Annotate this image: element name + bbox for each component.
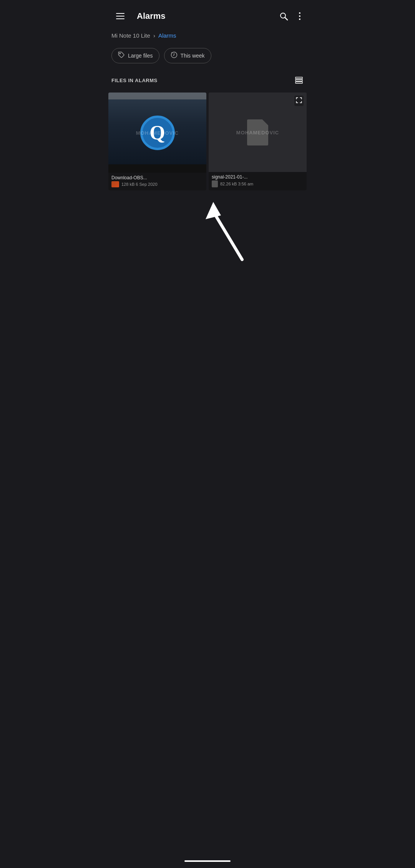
file-icon-shape [247, 119, 268, 145]
file-thumbnail-obs: Q MOHAMEDOVIC [108, 93, 206, 173]
obs-logo-circle: Q [140, 116, 175, 150]
breadcrumb: Mi Note 10 Lite › Alarms [104, 29, 311, 45]
file-thumb-icon [212, 180, 218, 187]
svg-line-1 [285, 18, 288, 20]
generic-file-thumb [209, 93, 307, 172]
large-files-chip[interactable]: Large files [111, 48, 159, 63]
file-info-obs: Download-OBS... 128 kB 6 Sep 2020 [108, 173, 206, 190]
file-name-obs: Download-OBS... [111, 175, 203, 180]
more-options-button[interactable] [294, 8, 305, 25]
list-view-button[interactable] [294, 76, 304, 85]
list-item[interactable]: MOHAMEDOVIC signal-2021-01-... 82.26 kB … [209, 93, 307, 190]
section-title: FILES IN ALARMS [111, 78, 158, 83]
file-meta-obs: 128 kB 6 Sep 2020 [121, 182, 158, 187]
file-meta-row-obs: 128 kB 6 Sep 2020 [111, 181, 203, 187]
tag-icon [118, 51, 125, 60]
breadcrumb-parent[interactable]: Mi Note 10 Lite [111, 32, 150, 39]
file-meta-signal: 82.26 kB 3:56 am [220, 182, 253, 186]
obs-top-bar [108, 93, 206, 99]
file-info-signal: signal-2021-01-... 82.26 kB 3:56 am [209, 172, 307, 190]
large-files-label: Large files [128, 53, 153, 59]
file-thumbnail-signal: MOHAMEDOVIC [209, 93, 307, 172]
search-icon [279, 12, 288, 21]
this-week-label: This week [181, 53, 205, 59]
image-thumb-icon [111, 181, 119, 187]
svg-rect-6 [295, 82, 302, 83]
section-header: FILES IN ALARMS [104, 71, 311, 89]
svg-point-2 [120, 53, 120, 54]
chevron-right-icon: › [153, 32, 155, 39]
home-indicator [184, 860, 231, 862]
arrow-icon [192, 198, 254, 267]
svg-line-7 [213, 212, 242, 260]
file-name-signal: signal-2021-01-... [212, 174, 304, 180]
obs-image: Q [108, 93, 206, 173]
search-button[interactable] [276, 8, 291, 24]
list-item[interactable]: Q MOHAMEDOVIC Download-OBS... 128 kB 6 S… [108, 93, 206, 190]
bottom-bar [104, 856, 311, 868]
hamburger-icon [113, 10, 128, 22]
header-actions [276, 8, 305, 25]
history-icon [171, 51, 178, 60]
svg-rect-5 [295, 79, 302, 81]
file-grid: Q MOHAMEDOVIC Download-OBS... 128 kB 6 S… [104, 93, 311, 190]
obs-bottom-bar [108, 164, 206, 173]
breadcrumb-current[interactable]: Alarms [158, 32, 176, 39]
app-header: Alarms [104, 0, 311, 29]
file-meta-row-signal: 82.26 kB 3:56 am [212, 180, 304, 187]
expand-icon [294, 96, 304, 106]
obs-q-letter: Q [149, 121, 165, 144]
list-view-icon [294, 76, 304, 85]
page-title: Alarms [137, 11, 270, 21]
filter-chips: Large files This week [104, 45, 311, 71]
this-week-chip[interactable]: This week [164, 48, 211, 63]
vertical-dots-icon [297, 11, 302, 21]
svg-rect-4 [295, 77, 302, 79]
svg-marker-8 [206, 202, 221, 219]
arrow-annotation [104, 190, 311, 279]
menu-button[interactable] [110, 7, 131, 25]
